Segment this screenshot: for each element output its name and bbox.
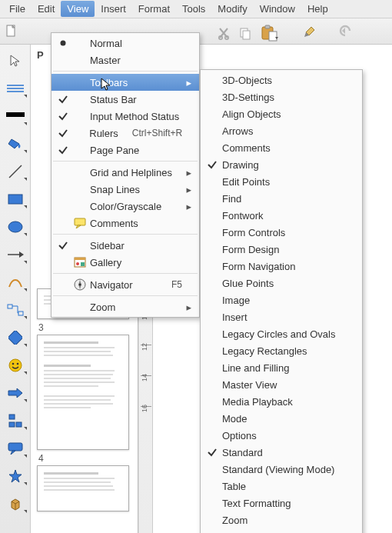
toolbars-menu-item[interactable]: 3D-Settings [201, 88, 362, 105]
view-menu-item[interactable]: Page Pane [51, 142, 199, 158]
view-menu-item[interactable]: Master [51, 52, 199, 68]
svg-rect-10 [8, 195, 22, 204]
copy-icon[interactable] [237, 25, 254, 42]
menu-item-label: Arrows [221, 125, 354, 137]
menu-item-label: Media Playback [221, 396, 354, 408]
menu-item-label: Master View [221, 379, 354, 391]
paste-icon[interactable] [258, 22, 280, 44]
menu-item-label: Toolbars [88, 77, 182, 88]
view-menu: NormalMasterToolbars▸Status BarInput Met… [51, 32, 200, 318]
view-menu-item[interactable]: Snap Lines▸ [51, 181, 199, 198]
toolbars-menu-item[interactable]: Standard [201, 444, 362, 461]
view-menu-item[interactable]: Gallery [51, 254, 199, 271]
menu-insert[interactable]: Insert [95, 1, 132, 17]
connector-tool-icon[interactable] [5, 301, 25, 318]
line-tool-icon[interactable] [5, 163, 25, 180]
menu-item-label: Standard (Viewing Mode) [221, 464, 354, 475]
flowchart-icon[interactable] [5, 412, 25, 429]
menu-item-label: Status Bar [88, 94, 182, 105]
view-menu-item[interactable]: Toolbars▸ [51, 74, 199, 91]
view-menu-item[interactable]: Normal [51, 35, 199, 52]
menu-item-label: Image [221, 295, 354, 306]
menu-format[interactable]: Format [132, 1, 176, 17]
toolbars-menu-item[interactable]: Glue Points [201, 275, 362, 291]
svg-point-23 [61, 41, 66, 46]
toolbars-menu-item[interactable]: Table [201, 478, 362, 495]
select-tool-icon[interactable] [5, 52, 25, 69]
toolbars-menu-item[interactable]: Form Navigation [201, 258, 362, 275]
line-style-icon[interactable] [5, 80, 25, 97]
line-color-icon[interactable] [5, 108, 25, 125]
toolbars-menu-item[interactable]: Insert [201, 308, 362, 325]
toolbars-menu-item[interactable]: Line and Filling [201, 359, 362, 376]
callout-icon[interactable] [5, 440, 25, 457]
ellipse-tool-icon[interactable] [5, 218, 25, 235]
toolbars-menu-item[interactable]: Legacy Circles and Ovals [201, 325, 362, 342]
svg-point-30 [79, 284, 81, 286]
menu-help[interactable]: Help [301, 1, 334, 17]
toolbars-menu-item[interactable]: Edit Points [201, 173, 362, 190]
undo-icon[interactable] [338, 22, 355, 39]
toolbars-menu-item[interactable]: Mode [201, 410, 362, 427]
menu-file[interactable]: File [3, 1, 32, 17]
menu-item-label: Standard [221, 447, 354, 458]
page-thumb[interactable] [37, 465, 129, 511]
drawing-toolbox [0, 45, 31, 533]
basic-shapes-icon[interactable] [5, 329, 25, 346]
toolbars-menu-item[interactable]: Align Objects [201, 105, 362, 122]
view-menu-item[interactable]: Sidebar [51, 237, 199, 254]
toolbars-menu-item[interactable]: Master View [201, 376, 362, 393]
navigator-icon [71, 278, 88, 291]
clone-format-icon[interactable] [303, 22, 320, 39]
toolbars-menu-item[interactable]: Fontwork [201, 207, 362, 224]
curve-tool-icon[interactable] [5, 274, 25, 291]
menu-modify[interactable]: Modify [211, 1, 253, 17]
arrow-tool-icon[interactable] [5, 246, 25, 263]
gallery-icon [71, 257, 88, 268]
view-menu-item[interactable]: Zoom▸ [51, 298, 199, 315]
fill-color-icon[interactable] [5, 135, 25, 152]
menu-view[interactable]: View [61, 1, 95, 17]
view-menu-item[interactable]: Grid and Helplines▸ [51, 164, 199, 181]
view-menu-item[interactable]: Input Method Status [51, 108, 199, 125]
menu-item-label: Legacy Rectangles [221, 345, 354, 357]
page-thumb[interactable] [37, 335, 129, 450]
toolbars-menu-item[interactable]: Form Controls [201, 224, 362, 241]
menu-tools[interactable]: Tools [176, 1, 211, 17]
toolbars-menu-item[interactable]: Standard (Viewing Mode) [201, 461, 362, 478]
menu-window[interactable]: Window [254, 1, 301, 17]
cut-icon[interactable] [215, 25, 232, 42]
menu-item-label: Color/Grayscale [88, 201, 182, 212]
svg-rect-22 [8, 443, 22, 451]
3d-shapes-icon[interactable] [5, 495, 25, 512]
toolbars-menu-item[interactable]: Image [201, 291, 362, 308]
toolbars-menu-item[interactable]: Arrows [201, 122, 362, 139]
svg-rect-20 [16, 422, 22, 427]
symbol-shapes-icon[interactable] [5, 357, 25, 374]
toolbars-menu-item[interactable]: Media Playback [201, 393, 362, 410]
view-menu-item[interactable]: RulersCtrl+Shift+R [51, 125, 199, 142]
toolbars-menu-item[interactable]: Legacy Rectangles [201, 342, 362, 359]
svg-rect-4 [243, 31, 250, 39]
rectangle-tool-icon[interactable] [5, 191, 25, 208]
toolbars-menu-item[interactable]: Comments [201, 139, 362, 156]
toolbars-menu-item[interactable]: Find [201, 190, 362, 207]
menu-edit[interactable]: Edit [32, 1, 61, 17]
menu-item-label: Fontwork [221, 210, 354, 222]
block-arrows-icon[interactable] [5, 385, 25, 401]
menu-item-label: Insert [221, 311, 354, 323]
toolbars-menu-item[interactable]: 3D-Objects [201, 72, 362, 88]
view-menu-item[interactable]: NavigatorF5 [51, 276, 199, 293]
toolbars-menu-item[interactable]: Options [201, 427, 362, 444]
toolbars-menu-item[interactable]: Color Bar [201, 528, 362, 533]
menu-item-label: Align Objects [221, 108, 354, 120]
view-menu-item[interactable]: Comments [51, 215, 199, 232]
toolbars-menu-item[interactable]: Drawing [201, 156, 362, 173]
view-menu-item[interactable]: Color/Grayscale▸ [51, 198, 199, 215]
view-menu-item[interactable]: Status Bar [51, 91, 199, 108]
new-doc-icon[interactable] [3, 22, 20, 39]
toolbars-menu-item[interactable]: Form Design [201, 241, 362, 258]
toolbars-menu-item[interactable]: Zoom [201, 511, 362, 528]
toolbars-menu-item[interactable]: Text Formatting [201, 495, 362, 511]
star-icon[interactable] [5, 468, 25, 485]
